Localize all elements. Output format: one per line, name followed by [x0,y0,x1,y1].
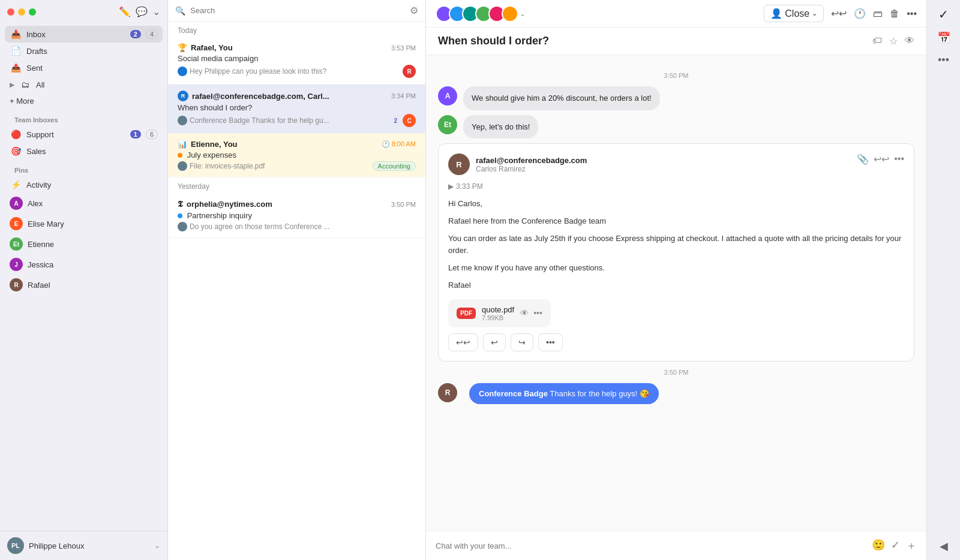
search-input[interactable] [190,6,405,15]
support-badge-2: 6 [146,130,158,139]
close-button[interactable]: 👤 Close ⌄ [764,5,824,22]
user-name: Philippe Lehoux [29,541,149,550]
conversation-item[interactable]: 🏆 Rafael, You 3:53 PM Social media campa… [168,37,425,85]
sender-emoji: 🏆 [178,43,187,52]
conv-time: 3:34 PM [391,92,416,100]
star-icon[interactable]: ☆ [889,35,898,47]
checkmark-icon[interactable]: ✓ [938,7,949,22]
avatar: J [10,258,23,271]
header-actions: 👤 Close ⌄ ↩↩ 🕐 🗃 🗑 ••• [764,5,917,22]
sales-icon: 🎯 [10,146,22,156]
sidebar-item-activity[interactable]: ⚡ Activity [5,176,163,193]
person-icon: 👤 [770,8,782,19]
sidebar-item-inbox[interactable]: 📥 Inbox 2 4 [5,26,163,43]
accounting-tag: Accounting [373,161,416,171]
preview-avatar [178,116,187,125]
close-traffic-light[interactable] [7,8,14,16]
email-time-row: ▶ 3:33 PM [448,182,904,191]
thread-header: When should I order? 🏷 ☆ 👁 [426,28,926,55]
avatar: Et [10,237,23,251]
calendar-icon[interactable]: 📅 [937,31,950,44]
minimize-traffic-light[interactable] [18,8,25,16]
conv-preview: Hey Philippe can you please look into th… [178,65,416,78]
sidebar-item-jessica[interactable]: J Jessica [5,254,163,275]
right-panel: ✓ 📅 ••• ◀ [926,0,960,560]
maximize-traffic-light[interactable] [29,8,36,16]
email-line: Rafael [448,279,904,292]
status-dot [178,153,182,158]
conv-subject: Partnership inquiry [178,211,416,220]
eye-icon[interactable]: 👁 [905,35,914,47]
attach-actions: 👁 ••• [520,308,542,318]
plus-icon[interactable]: ＋ [906,538,917,553]
emoji-icon[interactable]: 🙂 [872,538,885,553]
expand-icon[interactable]: ▶ [448,182,454,191]
delete-icon[interactable]: 🗑 [890,8,899,19]
message-row: Et Yep, let's do this! [438,115,914,139]
reply-button[interactable]: ↩ [483,333,506,351]
conference-brand: Conference Badge [479,389,548,398]
more-icon[interactable]: ••• [533,308,542,318]
pins-label: Pins [5,159,163,176]
email-line: Rafael here from the Conference Badge te… [448,215,904,228]
sidebar-item-elise-mary[interactable]: E Elise Mary [5,213,163,234]
checkmark-icon[interactable]: ✓ [891,538,900,553]
chevron-down-icon[interactable]: ⌄ [152,6,160,17]
conversation-item-orphelia[interactable]: 𝕿 orphelia@nytimes.com 3:50 PM Partnersh… [168,193,425,238]
sidebar-item-label: Etienne [28,240,158,249]
preview-icon[interactable]: 👁 [520,308,529,318]
conference-message: Conference Badge Thanks for the help guy… [469,383,659,404]
chevron-left-icon[interactable]: ◀ [940,540,948,553]
archive-icon[interactable]: 🗃 [873,8,883,19]
sidebar-header: ✏️ 💬 ⌄ [0,0,167,23]
thread-actions: 🏷 ☆ 👁 [872,35,914,47]
more-icon[interactable]: ••• [938,54,949,67]
conv-time-overdue: 🕐 8:00 AM [382,140,416,148]
reply-all-icon[interactable]: ↩↩ [874,153,889,165]
message-bubble: We should give him a 20% discount, he or… [463,86,660,110]
paperclip-icon[interactable]: 📎 [857,153,869,165]
reply-all-icon[interactable]: ↩↩ [831,8,847,19]
attachment[interactable]: PDF quote.pdf 7.99KB 👁 ••• [448,299,551,327]
chevron-down-icon[interactable]: ⌄ [520,10,526,18]
conversation-item-active[interactable]: R rafael@conferencebadge.com, Carl... 3:… [168,85,425,134]
more-button[interactable]: ••• [538,333,563,351]
chevron-down-icon: ⌄ [154,541,160,550]
attach-name: quote.pdf [482,305,514,314]
bar-chart-icon: 📊 [178,140,187,149]
sidebar-item-rafael[interactable]: R Rafael [5,275,163,295]
message-row: A We should give him a 20% discount, he … [438,86,914,110]
more-icon[interactable]: ••• [894,153,904,165]
compose-icon[interactable]: ✏️ [119,6,131,17]
forward-button[interactable]: ↪ [511,333,533,351]
sidebar-nav: 📥 Inbox 2 4 📄 Drafts 📤 Sent ▶ 🗂 All + Mo… [0,23,167,531]
email-sender-info: rafael@conferencebadge.com Carlos Ramire… [476,156,587,173]
sidebar-item-alex[interactable]: A Alex [5,193,163,213]
avatar: A [10,197,23,210]
user-profile[interactable]: PL Philippe Lehoux ⌄ [0,531,167,560]
tag-icon[interactable]: 🏷 [872,35,882,47]
sidebar-item-sales[interactable]: 🎯 Sales [5,143,163,159]
sidebar-item-all[interactable]: ▶ 🗂 All [5,76,163,93]
sidebar-item-etienne[interactable]: Et Etienne [5,234,163,254]
chat-icon[interactable]: 💬 [136,6,148,17]
sidebar-item-more[interactable]: + More [5,93,163,109]
sidebar-item-label: Sales [26,147,158,156]
email-card-header: R rafael@conferencebadge.com Carlos Rami… [448,153,904,175]
close-label: Close [785,8,809,19]
more-icon[interactable]: ••• [907,8,917,19]
sidebar-item-label: Support [26,130,125,139]
activity-icon: ⚡ [10,180,22,189]
sidebar-item-support[interactable]: 🔴 Support 1 6 [5,126,163,143]
sidebar-item-label: Sent [26,64,158,73]
sidebar-item-drafts[interactable]: 📄 Drafts [5,43,163,59]
filter-icon[interactable]: ⚙ [410,5,418,16]
email-line: Hi Carlos, [448,198,904,210]
reply-all-button[interactable]: ↩↩ [448,333,478,351]
clock-icon[interactable]: 🕐 [854,8,866,19]
sidebar-item-sent[interactable]: 📤 Sent [5,59,163,76]
messages-area: 3:50 PM A We should give him a 20% disco… [426,55,926,531]
chat-input[interactable] [436,541,867,550]
conversation-item-etienne[interactable]: 📊 Etienne, You 🕐 8:00 AM July expenses F… [168,134,425,177]
support-badge-1: 1 [130,130,141,139]
